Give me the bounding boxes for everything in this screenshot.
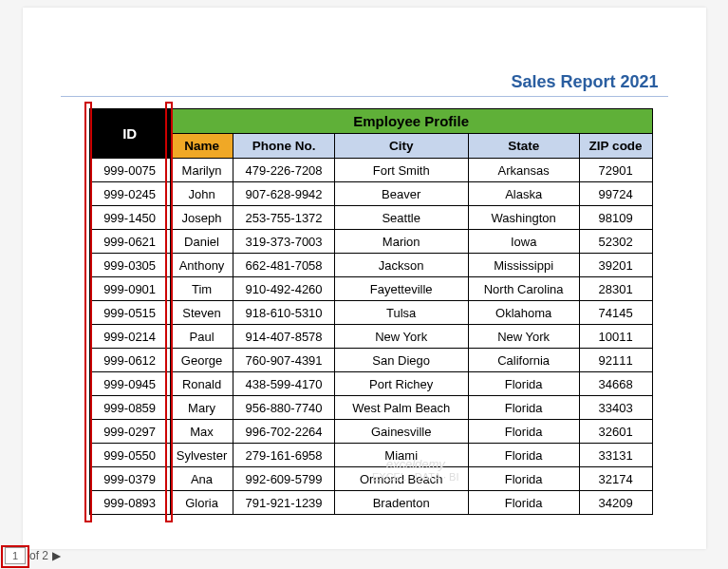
cell-id: 999-0621 — [89, 230, 170, 254]
table-wrap: ID Employee Profile Name Phone No. City … — [61, 108, 668, 515]
table-row: 999-0075Marilyn479-226-7208Fort SmithArk… — [89, 159, 652, 182]
cell-city: Ormond Beach — [334, 467, 468, 491]
cell-state: Florida — [468, 491, 579, 515]
cell-zip: 34668 — [579, 372, 652, 396]
cell-name: Tim — [170, 277, 233, 301]
cell-name: Sylvester — [170, 444, 233, 467]
cell-phone: 907-628-9942 — [233, 182, 335, 206]
cell-id: 999-0075 — [89, 159, 170, 182]
cell-state: Washington — [468, 206, 579, 230]
cell-id: 999-0550 — [89, 444, 170, 467]
cell-name: George — [170, 349, 233, 372]
table-row: 999-0214Paul914-407-8578New YorkNew York… — [89, 325, 652, 349]
cell-zip: 99724 — [579, 182, 652, 206]
table-row: 999-0893Gloria791-921-1239BradentonFlori… — [89, 491, 652, 515]
cell-state: Florida — [468, 444, 579, 467]
cell-zip: 98109 — [579, 206, 652, 230]
col-zip: ZIP code — [579, 134, 652, 159]
table-row: 999-0621Daniel319-373-7003MarionIowa5230… — [89, 230, 652, 254]
cell-id: 999-0245 — [89, 182, 170, 206]
next-page-arrow-icon[interactable]: ▶ — [52, 549, 61, 562]
cell-phone: 662-481-7058 — [233, 254, 335, 277]
cell-name: Anthony — [170, 254, 233, 277]
cell-name: Joseph — [170, 206, 233, 230]
cell-zip: 33131 — [579, 444, 652, 467]
cell-name: Ana — [170, 467, 233, 491]
cell-phone: 791-921-1239 — [233, 491, 335, 515]
cell-zip: 72901 — [579, 159, 652, 182]
cell-zip: 34209 — [579, 491, 652, 515]
cell-city: New York — [334, 325, 468, 349]
page-title: Sales Report 2021 — [61, 72, 668, 92]
page-number-input[interactable]: 1 — [5, 547, 26, 564]
print-preview-page: Sales Report 2021 ID Employee Profile Na… — [23, 8, 706, 549]
cell-name: Marilyn — [170, 159, 233, 182]
cell-id: 999-0901 — [89, 277, 170, 301]
id-header: ID — [89, 109, 170, 159]
cell-city: Gainesville — [334, 420, 468, 444]
cell-phone: 438-599-4170 — [233, 372, 335, 396]
cell-city: Miami — [334, 444, 468, 467]
cell-city: Port Richey — [334, 372, 468, 396]
cell-city: Marion — [334, 230, 468, 254]
cell-zip: 74145 — [579, 301, 652, 325]
cell-phone: 319-373-7003 — [233, 230, 335, 254]
cell-state: Alaska — [468, 182, 579, 206]
cell-state: Iowa — [468, 230, 579, 254]
cell-zip: 32601 — [579, 420, 652, 444]
cell-state: Florida — [468, 467, 579, 491]
cell-state: Mississippi — [468, 254, 579, 277]
cell-city: Fayetteville — [334, 277, 468, 301]
cell-state: Oklahoma — [468, 301, 579, 325]
table-row: 999-0901Tim910-492-4260FayettevilleNorth… — [89, 277, 652, 301]
header-underline — [61, 96, 668, 97]
cell-name: Ronald — [170, 372, 233, 396]
cell-zip: 52302 — [579, 230, 652, 254]
cell-phone: 279-161-6958 — [233, 444, 335, 467]
cell-state: California — [468, 349, 579, 372]
cell-state: Florida — [468, 372, 579, 396]
col-phone: Phone No. — [233, 134, 335, 159]
cell-state: Florida — [468, 396, 579, 420]
cell-city: Bradenton — [334, 491, 468, 515]
cell-phone: 996-702-2264 — [233, 420, 335, 444]
cell-phone: 918-610-5310 — [233, 301, 335, 325]
cell-city: Tulsa — [334, 301, 468, 325]
cell-zip: 10011 — [579, 325, 652, 349]
cell-id: 999-1450 — [89, 206, 170, 230]
cell-name: Gloria — [170, 491, 233, 515]
cell-city: Fort Smith — [334, 159, 468, 182]
page-of-label: of 2 — [29, 549, 48, 562]
cell-phone: 956-880-7740 — [233, 396, 335, 420]
profile-header: Employee Profile — [170, 109, 652, 134]
table-row: 999-0550Sylvester279-161-6958MiamiFlorid… — [89, 444, 652, 467]
cell-phone: 910-492-4260 — [233, 277, 335, 301]
cell-id: 999-0515 — [89, 301, 170, 325]
table-row: 999-0859Mary956-880-7740West Palm BeachF… — [89, 396, 652, 420]
cell-city: Seattle — [334, 206, 468, 230]
table-row: 999-0945Ronald438-599-4170Port RicheyFlo… — [89, 372, 652, 396]
col-state: State — [468, 134, 579, 159]
page-navigator: 1 of 2 ▶ — [5, 547, 61, 564]
col-city: City — [334, 134, 468, 159]
cell-id: 999-0305 — [89, 254, 170, 277]
cell-phone: 992-609-5799 — [233, 467, 335, 491]
cell-name: Daniel — [170, 230, 233, 254]
col-name: Name — [170, 134, 233, 159]
cell-id: 999-0859 — [89, 396, 170, 420]
table-row: 999-0612George760-907-4391San DiegoCalif… — [89, 349, 652, 372]
cell-id: 999-0214 — [89, 325, 170, 349]
cell-phone: 253-755-1372 — [233, 206, 335, 230]
cell-zip: 92111 — [579, 349, 652, 372]
cell-name: Max — [170, 420, 233, 444]
cell-id: 999-0893 — [89, 491, 170, 515]
cell-city: West Palm Beach — [334, 396, 468, 420]
cell-state: Florida — [468, 420, 579, 444]
cell-name: Steven — [170, 301, 233, 325]
cell-zip: 39201 — [579, 254, 652, 277]
table-row: 999-0379Ana992-609-5799Ormond BeachFlori… — [89, 467, 652, 491]
cell-phone: 479-226-7208 — [233, 159, 335, 182]
cell-city: Jackson — [334, 254, 468, 277]
table-row: 999-0515Steven918-610-5310TulsaOklahoma7… — [89, 301, 652, 325]
cell-state: New York — [468, 325, 579, 349]
